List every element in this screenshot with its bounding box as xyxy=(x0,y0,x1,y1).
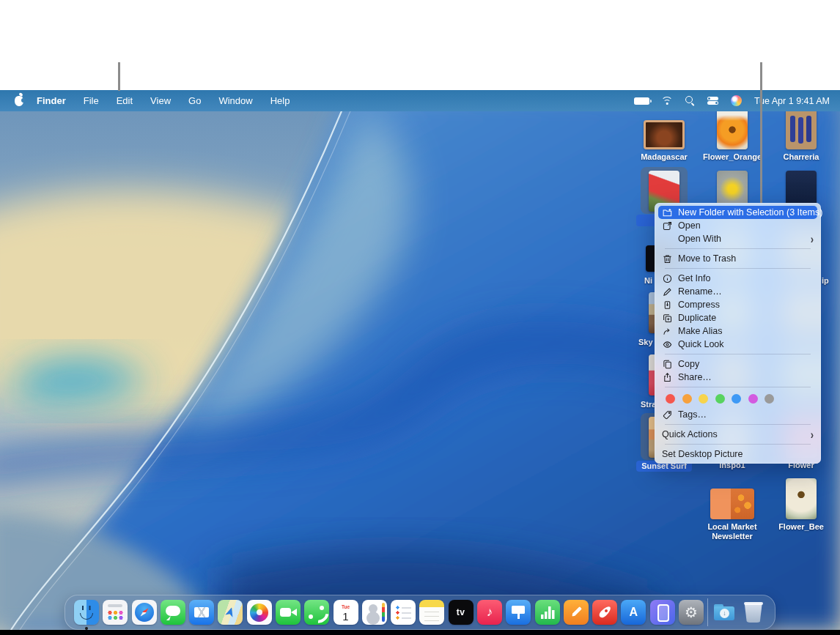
app-menu-finder[interactable]: Finder xyxy=(28,90,75,111)
menu-item-make-alias[interactable]: Make Alias xyxy=(658,324,817,338)
desktop-icon-local-market-newsletter[interactable]: Local Market Newsletter xyxy=(694,477,770,541)
dock-phone-icon[interactable] xyxy=(304,600,329,625)
siri-icon[interactable] xyxy=(731,95,742,106)
dock-safari-icon[interactable] xyxy=(132,600,157,625)
file-label[interactable]: Charreria xyxy=(784,152,819,162)
dock-mail-icon[interactable] xyxy=(189,600,214,625)
desktop-icon-madagascar[interactable]: Madagascar xyxy=(626,107,702,162)
file-label[interactable]: Madagascar xyxy=(641,152,688,162)
dock-pages-icon[interactable] xyxy=(564,600,589,625)
menu-bar-left: Finder FileEditViewGoWindowHelp xyxy=(0,90,298,111)
menu-item-label: Make Alias xyxy=(678,326,722,336)
file-label[interactable]: Local Market Newsletter xyxy=(696,522,769,541)
tag-color-dot[interactable] xyxy=(699,394,708,404)
menu-item-quick-actions[interactable]: Quick Actions› xyxy=(658,428,817,441)
file-thumbnail[interactable] xyxy=(786,108,817,149)
menu-item-get-info[interactable]: Get Info xyxy=(658,272,817,285)
tag-color-dot[interactable] xyxy=(732,394,741,404)
menu-item-copy[interactable]: Copy xyxy=(658,357,817,371)
rename-icon xyxy=(662,286,673,297)
dock-contacts-icon[interactable] xyxy=(362,600,387,625)
dock-messages-icon[interactable] xyxy=(161,600,185,625)
dock-iphone-mirroring-icon[interactable] xyxy=(650,600,675,625)
menu-bar-items: FileEditViewGoWindowHelp xyxy=(75,90,299,111)
dock-finder-icon[interactable] xyxy=(74,600,99,625)
file-thumbnail[interactable] xyxy=(710,489,754,519)
file-label[interactable]: Flower_Orange xyxy=(703,152,762,162)
menu-bar-item-view[interactable]: View xyxy=(141,90,180,111)
desktop-icon-flower-bee[interactable]: Flower_Bee xyxy=(763,477,839,532)
share-icon xyxy=(662,372,673,382)
dock-music-icon[interactable]: ♪ xyxy=(477,600,502,625)
battery-icon[interactable] xyxy=(634,97,649,105)
menu-item-move-to-trash[interactable]: Move to Trash xyxy=(658,252,817,265)
quicklook-icon xyxy=(662,339,673,349)
dock-trash-icon[interactable] xyxy=(741,600,766,625)
menu-item-label: Quick Actions xyxy=(662,429,718,439)
menu-item-label: Duplicate xyxy=(678,313,716,323)
tag-color-dot[interactable] xyxy=(666,394,675,404)
callout-line-left xyxy=(118,62,120,91)
control-center-icon[interactable] xyxy=(707,97,718,105)
menu-bar-item-edit[interactable]: Edit xyxy=(108,90,141,111)
wifi-icon[interactable] xyxy=(662,97,673,105)
dock-facetime-icon[interactable] xyxy=(276,600,301,625)
menu-item-label: Move to Trash xyxy=(678,253,736,264)
dock-downloads-icon[interactable] xyxy=(712,600,737,625)
menu-item-tags[interactable]: Tags… xyxy=(658,408,817,421)
menu-item-set-desktop-picture[interactable]: Set Desktop Picture xyxy=(658,448,817,461)
menu-item-quick-look[interactable]: Quick Look xyxy=(658,338,817,351)
menu-bar-clock[interactable]: Tue Apr 1 9:41 AM xyxy=(754,96,830,106)
apple-menu-icon[interactable] xyxy=(15,96,23,106)
dock-rocket-icon[interactable] xyxy=(592,600,617,625)
dock-notes-icon[interactable] xyxy=(419,600,444,625)
menu-bar-item-window[interactable]: Window xyxy=(210,90,261,111)
menu-item-label: Open With xyxy=(678,234,721,244)
chevron-right-icon: › xyxy=(811,428,814,442)
menu-item-rename[interactable]: Rename… xyxy=(658,285,817,298)
file-label-partial: ip xyxy=(822,276,829,285)
menu-item-label: Share… xyxy=(678,372,712,382)
file-label[interactable]: Flower_Bee xyxy=(778,522,824,532)
menu-item-open-with[interactable]: Open With› xyxy=(658,232,817,245)
trash-icon xyxy=(662,253,673,264)
menu-item-label: Quick Look xyxy=(678,339,724,349)
desktop-icon-flower-orange[interactable]: Flower_Orange xyxy=(694,107,770,162)
dock-launchpad-icon[interactable] xyxy=(103,600,128,625)
context-menu: New Folder with Selection (3 Items)OpenO… xyxy=(655,203,821,464)
tag-color-dot[interactable] xyxy=(748,394,758,404)
file-thumbnail[interactable] xyxy=(644,120,685,149)
search-icon[interactable] xyxy=(685,96,695,105)
dock-calendar-icon[interactable]: Tue1 xyxy=(334,600,358,625)
menu-bar-item-go[interactable]: Go xyxy=(180,90,210,111)
tag-color-dot[interactable] xyxy=(715,394,725,404)
menu-bar-item-help[interactable]: Help xyxy=(262,90,299,111)
dock-app-store-icon[interactable]: A xyxy=(621,600,646,625)
file-thumbnail[interactable] xyxy=(786,478,817,519)
menu-item-open[interactable]: Open xyxy=(658,219,817,232)
menu-bar-status: Tue Apr 1 9:41 AM xyxy=(634,95,840,106)
dock-photos-icon[interactable] xyxy=(247,600,272,625)
dock-settings-icon[interactable]: ⚙ xyxy=(679,600,704,625)
desktop-icon-charreria[interactable]: Charreria xyxy=(763,107,839,162)
dock-numbers-icon[interactable] xyxy=(535,600,560,625)
menu-separator xyxy=(665,387,811,387)
menu-bar-item-file[interactable]: File xyxy=(75,90,108,111)
menu-item-share[interactable]: Share… xyxy=(658,371,817,384)
file-thumbnail[interactable] xyxy=(717,108,748,149)
menu-item-duplicate[interactable]: Duplicate xyxy=(658,311,817,324)
menu-item-compress[interactable]: Compress xyxy=(658,298,817,311)
menu-item-label: New Folder with Selection (3 Items) xyxy=(678,207,822,218)
menu-item-label: Compress xyxy=(678,300,720,310)
menu-item-new-folder-with-selection-3-items[interactable]: New Folder with Selection (3 Items) xyxy=(658,206,817,219)
dock-maps-icon[interactable] xyxy=(218,600,243,625)
menu-item-label: Set Desktop Picture xyxy=(662,449,743,459)
tag-color-dot[interactable] xyxy=(765,394,774,404)
tag-color-dot[interactable] xyxy=(682,394,692,404)
dock-keynote-icon[interactable] xyxy=(506,600,531,625)
dock-tv-icon[interactable]: tv xyxy=(449,600,474,625)
menu-item-label: Copy xyxy=(678,359,699,369)
menu-separator xyxy=(665,268,811,269)
dock-reminders-icon[interactable] xyxy=(391,600,416,625)
chevron-right-icon: › xyxy=(811,232,814,246)
